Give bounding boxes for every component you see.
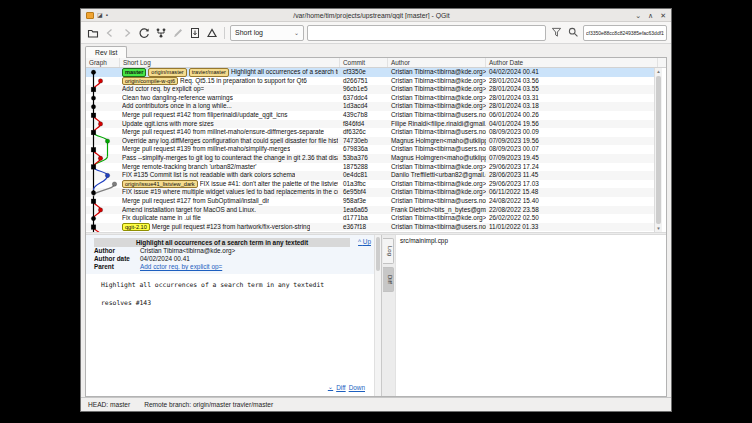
commit-hash: f846fd4 (340, 120, 388, 129)
shortlog-cell: FIX issue #19 where multiple widget valu… (120, 188, 340, 197)
table-row[interactable]: Merge pull request #139 from millnet-mah… (86, 145, 654, 154)
table-row[interactable]: Clean two dangling-reference warnings637… (86, 94, 654, 103)
apply-patch-icon[interactable] (187, 25, 202, 40)
table-row[interactable]: Merge pull request #142 from filiperinal… (86, 111, 654, 120)
side-tab-diff[interactable]: Diff (383, 267, 394, 292)
filter-icon[interactable] (549, 26, 563, 40)
revlist-header: GraphShort LogCommitAuthorAuthor Date (86, 58, 666, 68)
commit-author: Cristian Tibirna<tibirna@kde.org> (388, 180, 486, 189)
maximize-button[interactable]: ∧ (648, 12, 653, 19)
table-row[interactable]: Add contributors once in a long while...… (86, 102, 654, 111)
table-row[interactable]: origin/issue41_listview_darkFIX issue #4… (86, 180, 654, 189)
commit-subject: Merge pull request #140 from millnet-mah… (122, 128, 324, 137)
commit-date: 06/01/2024 00.26 (486, 111, 654, 120)
shortlog-cell: Pass --simplify-merges to git log to cou… (120, 154, 340, 163)
shortlog-cell: Merge pull request #139 from millnet-mah… (120, 145, 340, 154)
bottom-links: ⌄ Diff Down (328, 383, 365, 391)
shortlog-cell: FIX #135 Commit list is not readable wit… (120, 171, 340, 180)
revlist-scrollbar[interactable]: ▲ ▼ (654, 68, 662, 232)
search-icon[interactable] (566, 26, 580, 40)
save-patch-icon[interactable] (204, 25, 219, 40)
column-header[interactable]: Graph (86, 58, 120, 67)
file-list-item[interactable]: src/mainimpl.cpp (400, 237, 662, 245)
column-header[interactable]: Author Date (486, 58, 658, 67)
column-header[interactable]: Author (388, 58, 486, 67)
commit-subject: Pass --simplify-merges to git log to cou… (122, 154, 338, 163)
view-mode-select[interactable]: Short log ⌄ (230, 25, 304, 41)
diff-link[interactable]: Diff (336, 384, 345, 391)
forward-icon[interactable] (119, 25, 134, 40)
open-icon[interactable] (85, 25, 100, 40)
commit-subject: Amend installation target for MacOS and … (122, 206, 256, 215)
commit-hash: 1d3acd4 (340, 102, 388, 111)
commit-author: Cristian Tibirna<tibirna@kde.org> (388, 188, 486, 197)
table-row[interactable]: Merge remote-tracking branch 'urban82/ma… (86, 163, 654, 172)
ref-badge-branch: master (122, 68, 146, 77)
minimize-button[interactable]: ⌄ (635, 12, 641, 19)
commit-author: Cristian Tibirna<tibirna@kde.org> (388, 77, 486, 86)
commit-date: 11/01/2022 01.33 (486, 223, 654, 232)
detail-field-value: Cristian Tibirna<tibirna@kde.org> (140, 247, 235, 255)
table-row[interactable]: Merge pull request #127 from SubOptimal/… (86, 197, 654, 206)
table-row[interactable]: masterorigin/mastertravier/masterHighlig… (86, 68, 654, 77)
back-icon[interactable] (102, 25, 117, 40)
commit-date: 04/02/2024 00.41 (486, 68, 654, 77)
details-area: Highlight all occurrences of a search te… (86, 235, 666, 396)
detail-field-label: Author (94, 247, 140, 255)
commit-date: 24/08/2022 15.40 (486, 197, 654, 206)
column-header[interactable]: Short Log (120, 58, 340, 67)
titlebar[interactable]: ◪ ▪ /var/home/tim/projects/upstream/qgit… (81, 9, 671, 22)
detail-field: AuthorCristian Tibirna<tibirna@kde.org> (94, 247, 371, 255)
table-row[interactable]: Add cctor req. by explicit op=96cb1e5Cri… (86, 85, 654, 94)
shortlog-cell: origin/compile-w-qt6Req. Qt5.15 in prepa… (120, 77, 340, 86)
commit-fields: AuthorCristian Tibirna<tibirna@kde.org>A… (94, 247, 371, 272)
commit-subject: Merge pull request #127 from SubOptimal/… (122, 197, 269, 206)
detail-field-label: Parent (94, 263, 140, 271)
shortlog-cell: Fix duplicate name in .ui file (120, 214, 340, 223)
table-row[interactable]: origin/compile-w-qt6Req. Qt5.15 in prepa… (86, 77, 654, 86)
table-row[interactable]: Fix duplicate name in .ui filed1771baCri… (86, 214, 654, 223)
parent-link[interactable]: Add cctor req. by explicit op= (140, 263, 222, 271)
commit-date: 04/01/2024 19.56 (486, 120, 654, 129)
ref-badge-tag: qgit-2.10 (122, 223, 150, 232)
commit-hash: 96cb1e5 (340, 85, 388, 94)
commit-subject: Override any log.diffMerges configuratio… (122, 137, 338, 146)
scrollbar-thumb[interactable] (376, 237, 380, 271)
detail-field: Author date04/02/2024 00.41 (94, 255, 371, 263)
table-row[interactable]: Override any log.diffMerges configuratio… (86, 137, 654, 146)
commit-hash: 6e95bf4 (340, 188, 388, 197)
commit-title: Highlight all occurrences of a search te… (94, 238, 350, 247)
commit-hash: 0e4dc81 (340, 171, 388, 180)
qgit-window: ◪ ▪ /var/home/tim/projects/upstream/qgit… (80, 8, 672, 412)
table-row[interactable]: Merge pull request #140 from millnet-mah… (86, 128, 654, 137)
commit-pane-scrollbar[interactable] (374, 235, 381, 396)
table-row[interactable]: Update qgit.icns with more sizesf846fd4F… (86, 120, 654, 129)
commit-hash: 74730eb (340, 137, 388, 146)
commit-subject: Add contributors once in a long while... (122, 102, 232, 111)
table-row[interactable]: Pass --simplify-merges to git log to cou… (86, 154, 654, 163)
chevron-down-icon[interactable]: ⌄ (328, 383, 333, 391)
commit-date: 26/02/2022 02.50 (486, 214, 654, 223)
filter-input[interactable] (307, 25, 546, 41)
side-tab-log[interactable]: Log (383, 238, 394, 264)
branches-icon[interactable] (153, 25, 168, 40)
shortlog-cell: Merge pull request #127 from SubOptimal/… (120, 197, 340, 206)
down-link[interactable]: Down (349, 384, 365, 391)
scrollbar-thumb[interactable] (656, 76, 661, 224)
sha-input[interactable] (583, 25, 667, 41)
table-row[interactable]: FIX issue #19 where multiple widget valu… (86, 188, 654, 197)
refresh-icon[interactable] (136, 25, 151, 40)
table-row[interactable]: FIX #135 Commit list is not readable wit… (86, 171, 654, 180)
table-row[interactable]: Amend installation target for MacOS and … (86, 206, 654, 215)
commit-hash: 1ea6a65 (340, 206, 388, 215)
table-row[interactable]: qgit-2.10Merge pull request #123 from ha… (86, 223, 654, 232)
commit-subject: Highlight all occurrences of a search te… (231, 68, 338, 77)
edit-icon[interactable] (170, 25, 185, 40)
commit-subject: Fix duplicate name in .ui file (122, 214, 201, 223)
tab-rev-list[interactable]: Rev list (85, 46, 127, 58)
scroll-up-icon[interactable]: ▲ (655, 68, 662, 75)
close-button[interactable]: ✕ (660, 12, 666, 19)
scroll-down-icon[interactable]: ▼ (655, 225, 662, 232)
up-link[interactable]: ^ Up (358, 238, 371, 245)
column-header[interactable]: Commit (340, 58, 388, 67)
